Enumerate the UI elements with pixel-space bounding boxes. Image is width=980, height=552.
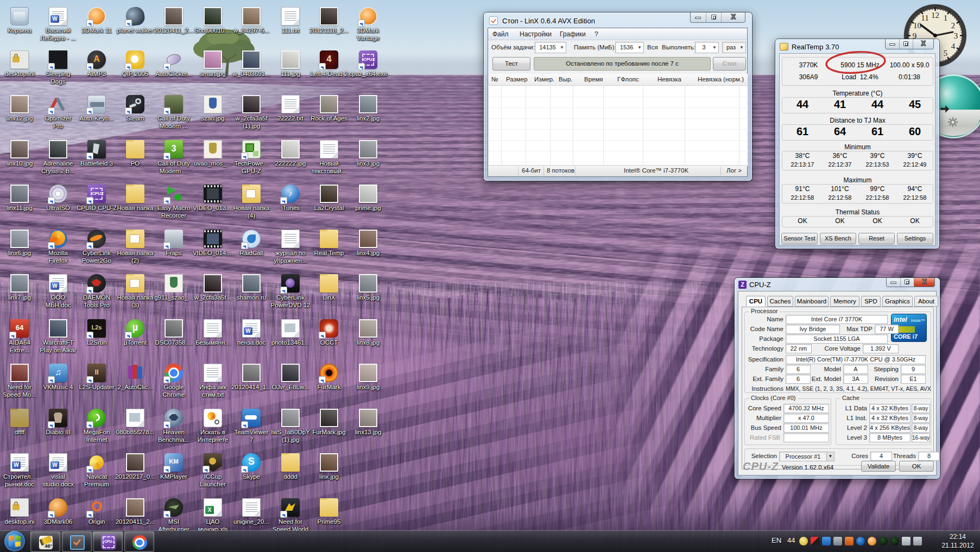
svg-text:1: 1 (944, 14, 948, 22)
svg-text:11: 11 (921, 14, 928, 22)
svg-text:12: 12 (931, 11, 939, 20)
svg-text:3: 3 (954, 31, 958, 40)
svg-text:2: 2 (951, 21, 956, 30)
svg-text:5: 5 (944, 49, 948, 58)
svg-text:4: 4 (951, 42, 956, 50)
